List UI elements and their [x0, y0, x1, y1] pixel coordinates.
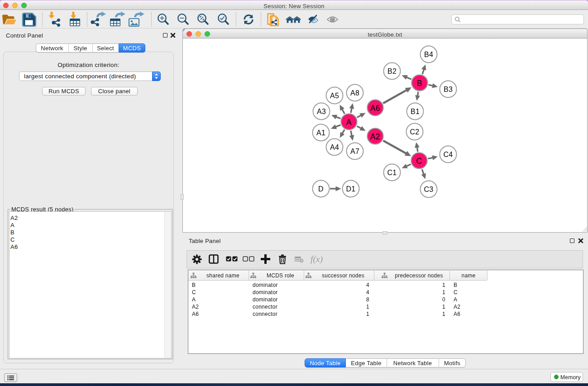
- svg-text:B: B: [417, 79, 422, 88]
- svg-text:A5: A5: [330, 92, 339, 100]
- svg-text:A4: A4: [330, 143, 339, 151]
- svg-text:B2: B2: [387, 67, 397, 75]
- svg-text:B1: B1: [411, 108, 420, 115]
- svg-text:C2: C2: [410, 128, 420, 136]
- svg-text:B3: B3: [444, 86, 453, 93]
- svg-text:C1: C1: [387, 169, 397, 176]
- svg-text:D: D: [318, 185, 324, 193]
- svg-text:B4: B4: [424, 51, 433, 58]
- svg-text:A8: A8: [350, 89, 359, 97]
- svg-text:A6: A6: [370, 104, 380, 113]
- svg-text:D1: D1: [346, 185, 356, 193]
- svg-text:A2: A2: [370, 132, 380, 141]
- svg-text:C: C: [416, 157, 422, 166]
- svg-text:C3: C3: [424, 186, 434, 193]
- svg-text:A: A: [346, 118, 352, 127]
- svg-text:A7: A7: [350, 148, 359, 155]
- svg-text:A1: A1: [316, 129, 325, 137]
- svg-text:C4: C4: [444, 151, 453, 158]
- svg-text:A3: A3: [317, 108, 326, 115]
